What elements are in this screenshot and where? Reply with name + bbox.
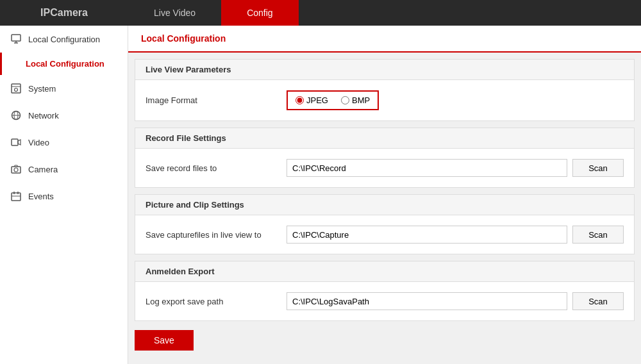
video-icon: [10, 136, 22, 148]
sidebar-label-camera: Camera: [28, 165, 58, 174]
monitor-icon: [10, 33, 22, 45]
save-capture-input[interactable]: [287, 226, 567, 244]
svg-rect-0: [12, 35, 21, 41]
tab-config[interactable]: Config: [221, 0, 298, 26]
section-title-anmelden: Anmelden Export: [135, 261, 634, 282]
content-area: Local Configuration Live View Parameters…: [128, 26, 641, 364]
sidebar-item-system[interactable]: System: [0, 75, 128, 102]
sidebar-item-camera[interactable]: Camera: [0, 156, 128, 183]
section-record-file: Record File Settings Save record files t…: [135, 128, 635, 188]
radio-bmp[interactable]: BMP: [341, 95, 370, 105]
sidebar-item-network[interactable]: Network: [0, 102, 128, 129]
sidebar-label-system: System: [28, 84, 56, 94]
form-row-save-capture: Save capturefiles in live view to Scan: [146, 226, 624, 244]
tab-live-video[interactable]: Live Video: [128, 0, 221, 26]
label-save-capture: Save capturefiles in live view to: [146, 230, 287, 240]
header-tabs: Live Video Config: [128, 0, 641, 26]
main-layout: Local Configuration Local Configuration …: [0, 26, 641, 364]
page-title: Local Configuration: [128, 26, 641, 53]
radio-bmp-input[interactable]: [341, 96, 349, 104]
svg-rect-9: [12, 139, 18, 145]
section-anmelden-export: Anmelden Export Log export save path Sca…: [135, 261, 635, 321]
radio-jpeg-label: JPEG: [306, 95, 328, 105]
section-title-live-view: Live View Parameters: [135, 60, 634, 80]
section-body-live-view: Image Format JPEG BMP: [135, 80, 634, 120]
radio-jpeg-input[interactable]: [296, 96, 304, 104]
radio-jpeg[interactable]: JPEG: [296, 95, 328, 105]
svg-rect-13: [12, 193, 21, 201]
svg-point-5: [15, 88, 18, 92]
label-save-record: Save record files to: [146, 163, 287, 173]
sidebar: Local Configuration Local Configuration …: [0, 26, 128, 364]
svg-marker-10: [18, 140, 21, 145]
section-body-picture-clip: Save capturefiles in live view to Scan: [135, 215, 634, 254]
section-title-record-file: Record File Settings: [135, 128, 634, 149]
sidebar-subitem-local-config[interactable]: Local Configuration: [0, 53, 128, 75]
section-body-anmelden: Log export save path Scan: [135, 282, 634, 320]
events-icon: [10, 190, 22, 202]
section-body-record-file: Save record files to Scan: [135, 149, 634, 187]
radio-bmp-label: BMP: [352, 95, 370, 105]
app-header: IPCamera Live Video Config: [0, 0, 641, 26]
sidebar-item-events[interactable]: Events: [0, 183, 128, 210]
label-log-export: Log export save path: [146, 297, 287, 306]
section-title-picture-clip: Picture and Clip Settings: [135, 195, 634, 215]
sidebar-label-local-config: Local Configuration: [28, 35, 100, 44]
svg-point-12: [14, 168, 18, 172]
image-format-box: JPEG BMP: [287, 90, 379, 110]
scan-capture-button[interactable]: Scan: [572, 226, 624, 244]
system-icon: [10, 83, 22, 94]
log-export-input[interactable]: [287, 292, 567, 310]
save-record-input[interactable]: [287, 159, 567, 177]
section-picture-clip: Picture and Clip Settings Save capturefi…: [135, 194, 635, 254]
app-logo: IPCamera: [0, 7, 128, 19]
sidebar-item-video[interactable]: Video: [0, 129, 128, 156]
camera-icon: [10, 163, 22, 175]
scan-log-button[interactable]: Scan: [572, 292, 624, 310]
section-live-view: Live View Parameters Image Format JPEG B…: [135, 59, 635, 121]
form-row-image-format: Image Format JPEG BMP: [146, 90, 624, 110]
sidebar-item-local-config[interactable]: Local Configuration: [0, 26, 128, 53]
sidebar-label-video: Video: [28, 138, 49, 147]
sidebar-label-network: Network: [28, 111, 59, 120]
sidebar-label-events: Events: [28, 192, 54, 201]
save-button[interactable]: Save: [135, 330, 194, 351]
form-row-log-export: Log export save path Scan: [146, 292, 624, 310]
network-icon: [10, 110, 22, 121]
scan-record-button[interactable]: Scan: [572, 159, 624, 177]
label-image-format: Image Format: [146, 95, 287, 105]
form-row-save-record: Save record files to Scan: [146, 159, 624, 177]
